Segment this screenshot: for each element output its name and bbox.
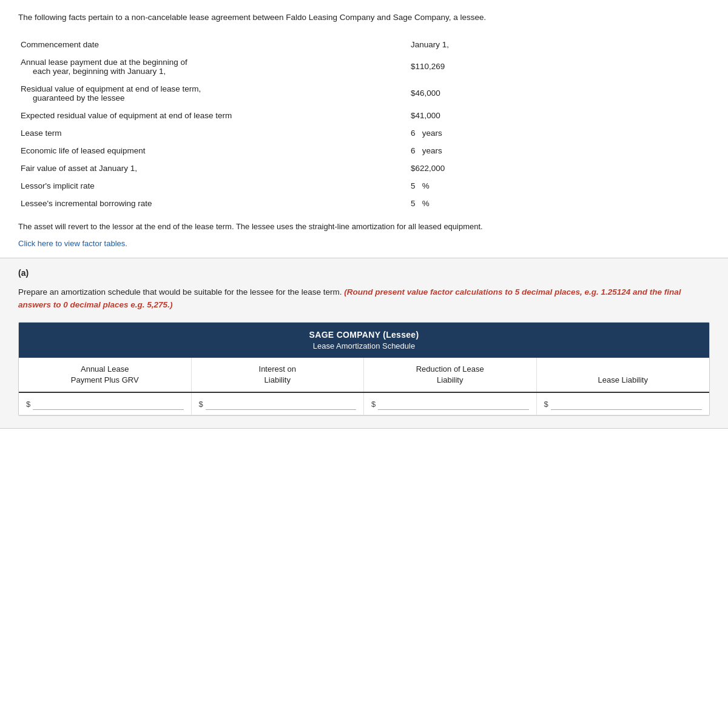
fact-label-fair-value: Fair value of asset at January 1, — [18, 159, 399, 177]
fact-value-commencement: January 1, — [399, 36, 710, 53]
schedule-title-main: SAGE COMPANY (Lessee) — [29, 330, 699, 340]
col-header-reduction-of-lease: Reduction of Lease Liability — [364, 358, 537, 392]
fact-row-lessee-rate: Lessee's incremental borrowing rate 5 % — [18, 195, 710, 212]
table-row: $ $ $ $ — [19, 393, 709, 415]
intro-text: The following facts pertain to a non-can… — [18, 12, 710, 24]
col-header-annual-lease-line1: Annual Lease — [81, 364, 129, 374]
cell-reduction-lease: $ — [364, 393, 537, 415]
input-annual-lease[interactable] — [33, 398, 183, 410]
fact-row-commencement: Commencement date January 1, — [18, 36, 710, 53]
schedule-container: SAGE COMPANY (Lessee) Lease Amortization… — [18, 322, 710, 416]
input-interest-liability[interactable] — [206, 398, 356, 410]
fact-value-expected-residual: $41,000 — [399, 107, 710, 124]
fact-label-annual-lease: Annual lease payment due at the beginnin… — [18, 53, 399, 80]
part-a-label: (a) — [18, 268, 710, 278]
fact-label-economic-life: Economic life of leased equipment — [18, 142, 399, 159]
fact-row-residual: Residual value of equipment at end of le… — [18, 80, 710, 107]
fact-row-lease-term: Lease term 6 years — [18, 124, 710, 142]
schedule-title-sub: Lease Amortization Schedule — [29, 341, 699, 350]
fact-value-lessor-rate: 5 % — [399, 177, 710, 195]
instruction-text: Prepare an amortization schedule that wo… — [18, 286, 710, 311]
instruction-main: Prepare an amortization schedule that wo… — [18, 287, 342, 297]
fact-row-annual-lease: Annual lease payment due at the beginnin… — [18, 53, 710, 80]
part-a-section: (a) Prepare an amortization schedule tha… — [0, 258, 728, 429]
dollar-sign-2: $ — [199, 400, 203, 409]
col-header-annual-lease: Annual Lease Payment Plus GRV — [19, 358, 192, 392]
fact-row-lessor-rate: Lessor's implicit rate 5 % — [18, 177, 710, 195]
fact-value-annual-lease: $110,269 — [399, 53, 710, 80]
fact-row-economic-life: Economic life of leased equipment 6 year… — [18, 142, 710, 159]
col-header-interest-on-liability: Interest on Liability — [192, 358, 365, 392]
col-header-lease-liability-line2: Lease Liability — [598, 375, 648, 384]
dollar-sign-1: $ — [26, 400, 30, 409]
fact-value-fair-value: $622,000 — [399, 159, 710, 177]
col-header-reduction-line1: Reduction of Lease — [416, 364, 484, 374]
fact-value-lease-term: 6 years — [399, 124, 710, 142]
fact-row-expected-residual: Expected residual value of equipment at … — [18, 107, 710, 124]
fact-label-lease-term: Lease term — [18, 124, 399, 142]
facts-section: The following facts pertain to a non-can… — [0, 0, 728, 258]
col-header-reduction-line2: Liability — [437, 375, 463, 384]
col-header-lease-liability: Lease Liability — [537, 358, 710, 392]
col-header-annual-lease-line2: Payment Plus GRV — [71, 375, 139, 384]
cell-lease-liability: $ — [537, 393, 710, 415]
fact-row-fair-value: Fair value of asset at January 1, $622,0… — [18, 159, 710, 177]
facts-table: Commencement date January 1, Annual leas… — [18, 36, 710, 212]
col-header-interest-line2: Liability — [265, 375, 291, 384]
factor-tables-link[interactable]: Click here to view factor tables. — [18, 239, 127, 248]
fact-label-commencement: Commencement date — [18, 36, 399, 53]
bottom-text: The asset will revert to the lessor at t… — [18, 221, 710, 233]
fact-value-residual: $46,000 — [399, 80, 710, 107]
input-lease-liability[interactable] — [551, 398, 702, 410]
col-header-interest-line1: Interest on — [259, 364, 296, 374]
fact-value-lessee-rate: 5 % — [399, 195, 710, 212]
dollar-sign-3: $ — [371, 400, 376, 409]
fact-label-lessee-rate: Lessee's incremental borrowing rate — [18, 195, 399, 212]
schedule-header: SAGE COMPANY (Lessee) Lease Amortization… — [19, 323, 709, 358]
input-reduction-lease[interactable] — [378, 398, 528, 410]
fact-label-expected-residual: Expected residual value of equipment at … — [18, 107, 399, 124]
fact-value-economic-life: 6 years — [399, 142, 710, 159]
fact-label-lessor-rate: Lessor's implicit rate — [18, 177, 399, 195]
cell-annual-lease: $ — [19, 393, 192, 415]
dollar-sign-4: $ — [544, 400, 548, 409]
column-headers: Annual Lease Payment Plus GRV Interest o… — [19, 358, 709, 393]
cell-interest-liability: $ — [192, 393, 365, 415]
fact-label-residual: Residual value of equipment at end of le… — [18, 80, 399, 107]
